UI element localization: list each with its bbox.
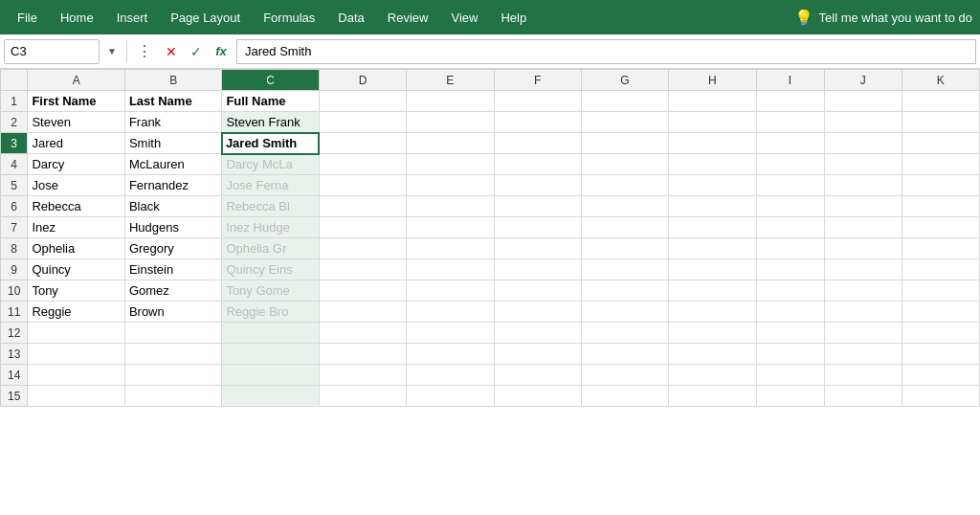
cell-b10[interactable]: Gomez xyxy=(124,280,221,302)
cell-c1[interactable]: Full Name xyxy=(222,91,319,112)
cell-k4[interactable] xyxy=(902,154,979,175)
cell-j8[interactable] xyxy=(824,238,902,259)
cell-k5[interactable] xyxy=(902,175,979,196)
cell-i2[interactable] xyxy=(756,112,824,133)
insert-function-button[interactable]: fx xyxy=(210,40,233,63)
cell-h7[interactable] xyxy=(669,217,756,238)
cell-c14[interactable] xyxy=(222,365,319,386)
cell-a11[interactable]: Reggie xyxy=(28,302,124,323)
cell-k3[interactable] xyxy=(902,133,979,154)
cell-f14[interactable] xyxy=(494,365,581,386)
cell-k13[interactable] xyxy=(902,344,979,365)
cell-h13[interactable] xyxy=(669,344,756,365)
cell-h2[interactable] xyxy=(669,112,756,133)
cell-k7[interactable] xyxy=(902,217,979,238)
cancel-formula-button[interactable]: ✕ xyxy=(160,40,183,63)
row-header-6[interactable]: 6 xyxy=(1,196,28,217)
cell-e4[interactable] xyxy=(407,154,494,175)
cell-b8[interactable]: Gregory xyxy=(124,238,221,259)
cell-d11[interactable] xyxy=(319,302,406,323)
cell-j3[interactable] xyxy=(824,133,902,154)
cell-j6[interactable] xyxy=(824,196,902,217)
cell-i13[interactable] xyxy=(756,344,824,365)
cell-b1[interactable]: Last Name xyxy=(124,91,221,112)
cell-c5[interactable]: Jose Ferna xyxy=(222,175,319,196)
cell-k14[interactable] xyxy=(902,365,979,386)
col-header-a[interactable]: A xyxy=(28,70,124,91)
cell-a10[interactable]: Tony xyxy=(28,280,124,302)
menu-item-formulas[interactable]: Formulas xyxy=(254,7,324,29)
cell-d4[interactable] xyxy=(319,154,406,175)
row-header-10[interactable]: 10 xyxy=(1,280,28,302)
cell-b3[interactable]: Smith xyxy=(124,133,221,154)
cell-a9[interactable]: Quincy xyxy=(28,259,124,280)
cell-k8[interactable] xyxy=(902,238,979,259)
cell-g6[interactable] xyxy=(581,196,668,217)
cell-d8[interactable] xyxy=(319,238,406,259)
cell-b12[interactable] xyxy=(124,323,221,344)
cell-c7[interactable]: Inez Hudge xyxy=(222,217,319,238)
row-header-5[interactable]: 5 xyxy=(1,175,28,196)
cell-f11[interactable] xyxy=(494,302,581,323)
col-header-b[interactable]: B xyxy=(124,70,221,91)
cell-h8[interactable] xyxy=(669,238,756,259)
cell-i8[interactable] xyxy=(756,238,824,259)
row-header-11[interactable]: 11 xyxy=(1,302,28,323)
cell-d12[interactable] xyxy=(319,323,406,344)
row-header-3[interactable]: 3 xyxy=(1,133,28,154)
cell-b9[interactable]: Einstein xyxy=(124,259,221,280)
cell-d5[interactable] xyxy=(319,175,406,196)
cell-c10[interactable]: Tony Gome xyxy=(222,280,319,302)
cell-b6[interactable]: Black xyxy=(124,196,221,217)
cell-e11[interactable] xyxy=(407,302,494,323)
cell-k1[interactable] xyxy=(902,91,979,112)
cell-b13[interactable] xyxy=(124,344,221,365)
cell-e13[interactable] xyxy=(407,344,494,365)
cell-j12[interactable] xyxy=(824,323,902,344)
row-header-8[interactable]: 8 xyxy=(1,238,28,259)
cell-a5[interactable]: Jose xyxy=(28,175,124,196)
cell-a8[interactable]: Ophelia xyxy=(28,238,124,259)
cell-i1[interactable] xyxy=(756,91,824,112)
cell-f15[interactable] xyxy=(494,386,581,407)
cell-a4[interactable]: Darcy xyxy=(28,154,124,175)
cell-i4[interactable] xyxy=(756,154,824,175)
cell-h15[interactable] xyxy=(669,386,756,407)
col-header-f[interactable]: F xyxy=(494,70,581,91)
cell-j11[interactable] xyxy=(824,302,902,323)
cell-a13[interactable] xyxy=(28,344,124,365)
cell-d2[interactable] xyxy=(319,112,406,133)
cell-c6[interactable]: Rebecca Bl xyxy=(222,196,319,217)
col-header-e[interactable]: E xyxy=(407,70,494,91)
cell-i9[interactable] xyxy=(756,259,824,280)
cell-g4[interactable] xyxy=(581,154,668,175)
cell-c15[interactable] xyxy=(222,386,319,407)
cell-h14[interactable] xyxy=(669,365,756,386)
cell-h1[interactable] xyxy=(669,91,756,112)
row-header-2[interactable]: 2 xyxy=(1,112,28,133)
cell-a7[interactable]: Inez xyxy=(28,217,124,238)
menu-item-view[interactable]: View xyxy=(441,7,487,29)
cell-g1[interactable] xyxy=(581,91,668,112)
cell-b5[interactable]: Fernandez xyxy=(124,175,221,196)
menu-item-help[interactable]: Help xyxy=(491,7,536,29)
cell-d9[interactable] xyxy=(319,259,406,280)
cell-g15[interactable] xyxy=(581,386,668,407)
cell-f2[interactable] xyxy=(494,112,581,133)
cell-h6[interactable] xyxy=(669,196,756,217)
formula-bar-more[interactable]: ⋮ xyxy=(133,42,156,60)
cell-a3[interactable]: Jared xyxy=(28,133,124,154)
cell-j15[interactable] xyxy=(824,386,902,407)
cell-a12[interactable] xyxy=(28,323,124,344)
cell-b11[interactable]: Brown xyxy=(124,302,221,323)
cell-b4[interactable]: McLauren xyxy=(124,154,221,175)
row-header-12[interactable]: 12 xyxy=(1,323,28,344)
cell-g13[interactable] xyxy=(581,344,668,365)
col-header-d[interactable]: D xyxy=(319,70,406,91)
cell-f12[interactable] xyxy=(494,323,581,344)
cell-g2[interactable] xyxy=(581,112,668,133)
cell-f6[interactable] xyxy=(494,196,581,217)
cell-f8[interactable] xyxy=(494,238,581,259)
cell-b15[interactable] xyxy=(124,386,221,407)
menu-item-insert[interactable]: Insert xyxy=(107,7,158,29)
